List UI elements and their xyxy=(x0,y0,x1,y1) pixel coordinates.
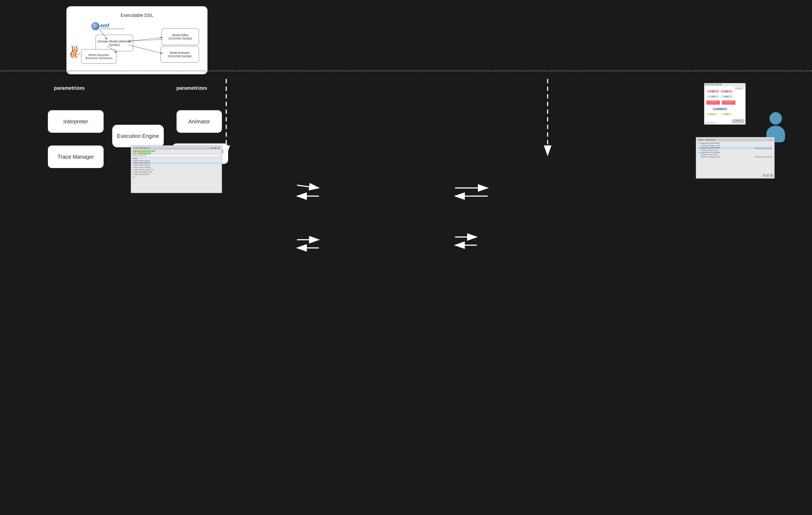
svg-line-3 xyxy=(128,39,162,41)
tree-item-4: ▷ MSE_Green_entering xyxy=(133,166,220,169)
logical-steps-thumb: Outline Logical Steps − □ 🐾 LogicalStep … xyxy=(696,137,775,179)
psmclock-2: PSMClock->minutes.ticks() xyxy=(755,156,772,158)
user-head xyxy=(770,112,782,125)
clock-item: Clock xyxy=(133,157,220,160)
timeline-label: Time xyxy=(210,147,214,149)
java-logo xyxy=(69,45,81,60)
emf-logo: e emf ECLIPSE MODELING FRAMEWORK xyxy=(91,22,124,30)
dsl-inner: e emf ECLIPSE MODELING FRAMEWORK Domain … xyxy=(75,22,199,66)
ls-mse-1: 🐾 MSE_Semaphore_stall xyxy=(698,144,773,146)
event-manager-panel: 🐾 Event Manager ⊠ Time ▶ ▷ ⊞ xyxy=(131,145,222,193)
domain-model-box: Domain Model (Abstract Syntax) xyxy=(96,35,133,51)
psmclock-1: PSMClock->minutes.ticks() xyxy=(755,148,772,149)
logical-steps-label: Logical Steps xyxy=(705,139,715,141)
model-interpreter-box: Model Interpreter (Execution Semantics) xyxy=(81,49,116,64)
activity-diagram-thumb: ◀ Petri Activity Diagram ▶ controlStm...… xyxy=(704,83,746,125)
param-left-label: parametrizes xyxy=(54,85,85,91)
tree-item-6: ▷ MSE_Semaphore_start xyxy=(133,171,220,173)
main-area: parametrizes parametrizes Interpreter Tr… xyxy=(0,79,812,515)
tree-item-2: ◈ MSE_initSemaphore... xyxy=(133,162,220,164)
logical-steps-title: Outline Logical Steps − □ xyxy=(697,138,774,141)
ls-mse-3: 🐾 MSE_minutes_ticks xyxy=(698,154,773,156)
nav-top[interactable]: ⬆ xyxy=(770,174,773,177)
animator-box: Animator xyxy=(176,110,222,133)
event-manager-title: 🐾 Event Manager ⊠ Time ▶ ▷ ⊞ xyxy=(132,146,221,150)
ls-step-3: 🐾 LogicalStep [7251106663] xyxy=(698,151,773,154)
param-right-label: parametrizes xyxy=(176,85,207,91)
event-manager-label: 🐾 Event Manager ⊠ xyxy=(133,147,149,149)
minimize-icon: − xyxy=(769,139,770,141)
dsl-container: Executable DSL e emf ECLIPSE MODELING FR… xyxy=(66,6,207,74)
tree-item-5: ▷ MSE_Red_to_Green_Fire xyxy=(133,169,220,171)
tree-item-1: ▷ MSE_Green_leaving xyxy=(133,160,220,162)
tree-item-3: ▷ MSE_Green_leaving xyxy=(133,164,220,166)
nav-down[interactable]: ▼ xyxy=(762,174,766,177)
emf-text: emf xyxy=(100,23,124,28)
dashed-separator xyxy=(0,71,812,71)
svg-line-2 xyxy=(128,37,162,41)
outline-label: Outline xyxy=(698,139,703,141)
trace-manager-box: Trace Manager xyxy=(48,145,104,168)
dsl-title: Executable DSL xyxy=(75,13,199,18)
maximize-icon: □ xyxy=(771,139,772,141)
event-manager-thumb: 🐾 Event Manager ⊠ Time ▶ ▷ ⊞ xyxy=(131,145,222,193)
svg-line-4 xyxy=(128,45,162,54)
model-editor-box: Model Editor (Concrete Syntax) xyxy=(162,28,199,45)
model-animator-box: Model Animator (Concrete Syntax) xyxy=(161,46,199,63)
emf-sub: ECLIPSE MODELING FRAMEWORK xyxy=(100,28,124,29)
logical-steps-panel: Outline Logical Steps − □ 🐾 LogicalStep … xyxy=(696,137,775,179)
svg-line-11 xyxy=(297,185,319,188)
interpreter-box: Interpreter xyxy=(48,110,104,133)
ls-step-1: 🐾 LogicalStep [2083054951] xyxy=(698,142,773,144)
event-filter-input[interactable]: Select an event filter xyxy=(133,155,221,157)
event-bottom-icon: 🐾 xyxy=(132,176,221,179)
execution-engine-box: Execution Engine xyxy=(112,125,164,147)
activity-diagram-inner: ◀ Petri Activity Diagram ▶ controlStm...… xyxy=(704,83,745,125)
timeline-controls: ▶ ▷ ⊞ xyxy=(215,147,220,149)
tree-item-7: ▷ MSE_minutes_ticks xyxy=(133,173,220,175)
nav-buttons: ▼ ▲ ⬆ xyxy=(762,174,773,177)
nav-up[interactable]: ▲ xyxy=(766,174,770,177)
